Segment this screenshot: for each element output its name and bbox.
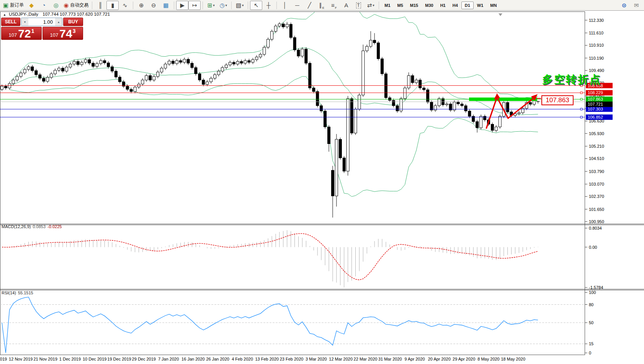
vertical-line-button[interactable]: │ (279, 1, 291, 10)
sell-price-box[interactable]: 107 72 1 (1, 27, 42, 40)
crosshair-button[interactable]: ┼ (262, 1, 275, 10)
toolbar-separator (133, 2, 133, 9)
chevron-down-icon: ▾ (373, 3, 374, 7)
timeframe-h1[interactable]: H1 (437, 2, 449, 9)
horizontal-line-button[interactable]: ─ (291, 1, 303, 10)
vertical-line-icon: │ (283, 2, 287, 8)
periods-button[interactable]: ◷ ▾ (217, 1, 229, 10)
timeframe-m1[interactable]: M1 (381, 2, 394, 9)
zoom-out-button[interactable]: ⊖ (147, 1, 160, 10)
mt4-window: ▣ 新订单 ◆ ◔ ◎ ◉ 自动交易 ║ ▮ ∿ ⊕ ⊖ (0, 0, 644, 364)
cursor-button[interactable]: ↖ (250, 1, 262, 10)
chart-shift-icon: ↦ (192, 2, 197, 9)
auto-trading-label: 自动交易 (70, 2, 88, 8)
macd-signal-value: -0.0225 (47, 224, 62, 229)
indicators-button[interactable]: ⊞ ▾ (205, 1, 217, 10)
periods-icon: ◷ (219, 2, 224, 9)
svg-text:12 Nov 2019: 12 Nov 2019 (9, 357, 33, 361)
auto-scroll-button[interactable]: ▶ (176, 1, 188, 10)
bar-chart-button[interactable]: ║ (94, 1, 106, 10)
text-label-button[interactable]: T (352, 1, 364, 10)
svg-text:112.330: 112.330 (589, 18, 604, 23)
svg-text:10 Dec 2019: 10 Dec 2019 (83, 357, 106, 361)
zoom-in-button[interactable]: ⊕ (135, 1, 147, 10)
volume-stepper: ▾ ▴ (21, 18, 62, 26)
timeframe-mn[interactable]: MN (487, 2, 500, 9)
buy-price-big: 74 (59, 29, 72, 39)
toolbar-separator (379, 2, 379, 9)
volume-decrease-button[interactable]: ▾ (21, 18, 28, 26)
new-order-button[interactable]: ▣ 新订单 (2, 1, 25, 10)
chart-shift-button[interactable]: ↦ (188, 1, 201, 10)
auto-trading-button[interactable]: ◉ 自动交易 (62, 1, 90, 10)
candlestick-chart-button[interactable]: ▮ (106, 1, 119, 10)
market-watch-icon: ◔ (42, 2, 46, 8)
tile-windows-button[interactable]: ▦ (160, 1, 172, 10)
fibonacci-button[interactable]: ≡ F (328, 1, 340, 10)
text-icon: A (344, 2, 348, 8)
svg-text:111.610: 111.610 (589, 31, 603, 35)
arrows-button[interactable]: ⇄ ▾ (364, 1, 377, 10)
search-button[interactable]: ⊙ (618, 1, 630, 10)
timeframe-w1[interactable]: W1 (474, 2, 487, 9)
svg-text:100: 100 (589, 290, 596, 295)
svg-text:19 Dec 2019: 19 Dec 2019 (107, 357, 131, 361)
sell-price-small: 107 (9, 32, 17, 38)
trendline-icon: ╱ (308, 2, 311, 9)
chevron-down-icon: ▾ (226, 3, 227, 7)
tile-windows-icon: ▦ (163, 2, 168, 9)
svg-text:26 Jan 2020: 26 Jan 2020 (206, 357, 229, 361)
macd-label: MACD(12,26,9) (2, 224, 31, 229)
volume-input[interactable] (28, 18, 55, 26)
svg-text:103.070: 103.070 (589, 182, 604, 186)
templates-button[interactable]: ▧ ▾ (234, 1, 246, 10)
zoom-in-icon: ⊕ (139, 2, 144, 9)
svg-text:0.00: 0.00 (589, 245, 597, 250)
buy-price-box[interactable]: 107 74 3 (42, 27, 83, 40)
new-order-icon: ▣ (3, 2, 8, 9)
data-window-icon: ◎ (54, 2, 59, 9)
toolbar-separator (231, 2, 232, 9)
auto-scroll-icon: ▶ (180, 2, 185, 9)
timeframe-m5[interactable]: M5 (394, 2, 407, 9)
chart-canvas[interactable]: 112.330111.610110.910110.190109.490108.7… (0, 11, 644, 364)
chart-title: ▲ USDJPY-,Daily 107.744 107.773 107.620 … (3, 12, 110, 16)
price-tag-box[interactable]: 107.863 (541, 95, 574, 105)
sell-button[interactable]: SELL (1, 18, 20, 26)
toolbar-separator (276, 2, 277, 9)
market-watch-button[interactable]: ◔ (38, 1, 50, 10)
svg-text:101.650: 101.650 (589, 207, 604, 212)
crosshair-icon: ┼ (266, 2, 271, 8)
svg-text:110.910: 110.910 (589, 43, 604, 47)
toolbar-separator (92, 2, 92, 9)
data-window-button[interactable]: ◎ (50, 1, 62, 10)
timeframe-m15[interactable]: M15 (407, 2, 422, 9)
macd-pane-label: MACD(12,26,9)0.0853-0.0225 (2, 224, 62, 229)
timeframe-d1[interactable]: D1 (461, 2, 474, 9)
line-chart-button[interactable]: ∿ (119, 1, 131, 10)
chat-icon: ✉ (634, 2, 639, 9)
svg-text:103.790: 103.790 (589, 169, 604, 174)
svg-text:107.721: 107.721 (588, 102, 603, 106)
svg-text:4 Feb 2020: 4 Feb 2020 (232, 357, 253, 361)
timeframe-m30[interactable]: M30 (422, 2, 436, 9)
trendline-button[interactable]: ╱ (303, 1, 315, 10)
svg-text:29 Apr 2020: 29 Apr 2020 (453, 357, 475, 361)
chevron-down-icon: ▾ (242, 3, 244, 7)
svg-text:7 Jan 2020: 7 Jan 2020 (158, 357, 179, 361)
text-button[interactable]: A (340, 1, 352, 10)
fibonacci-icon: ≡ (331, 2, 335, 8)
chat-button[interactable]: ✉ (630, 1, 642, 10)
svg-text:8 May 2020: 8 May 2020 (477, 357, 499, 361)
volume-increase-button[interactable]: ▴ (55, 18, 62, 26)
buy-price-sup: 3 (73, 28, 76, 34)
text-label-icon: T (356, 2, 361, 8)
timeframe-h4[interactable]: H4 (449, 2, 461, 9)
collapse-icon[interactable]: ▲ (3, 13, 6, 16)
profiles-button[interactable]: ◆ (25, 1, 38, 10)
indicators-icon: ⊞ (208, 2, 212, 9)
channel-button[interactable]: ∥ E (315, 1, 328, 10)
arrows-icon: ⇄ (367, 2, 372, 9)
buy-button[interactable]: BUY (63, 18, 83, 26)
svg-text:1 Dec 2019: 1 Dec 2019 (59, 357, 81, 361)
